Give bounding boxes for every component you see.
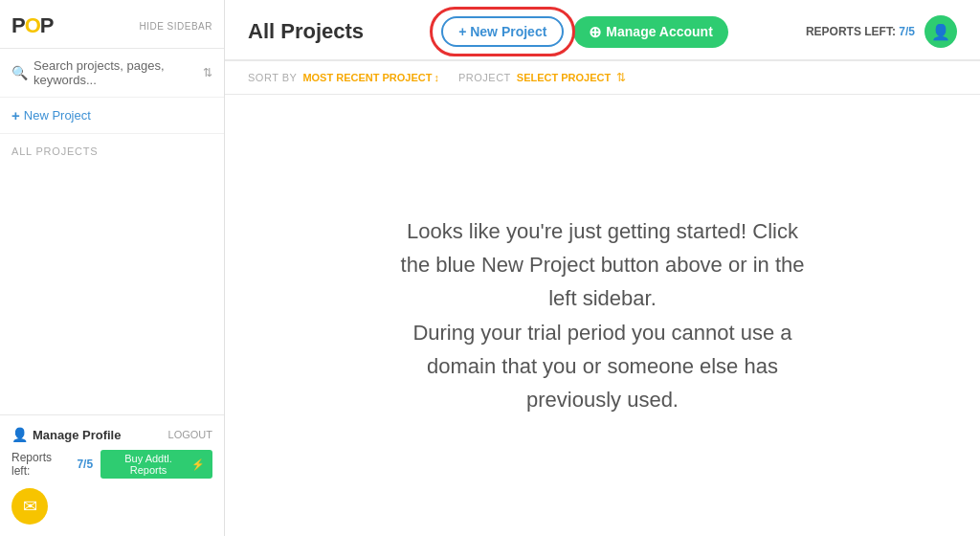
reports-left-label: Reports left: [11,451,69,478]
sidebar: POP HIDE SIDEBAR 🔍 Search projects, page… [0,0,225,536]
search-sort-icon: ⇅ [203,66,212,79]
avatar[interactable]: 👤 [924,15,957,48]
reports-row: Reports left: 7/5 Buy Addtl. Reports ⚡ [11,450,212,479]
main-header: All Projects + New Project ⊕ Manage Acco… [225,0,980,60]
new-project-btn-wrap: + New Project [441,16,564,47]
header-reports-count: 7/5 [899,25,915,38]
search-placeholder-text: Search projects, pages, keywords... [33,58,203,87]
manage-account-button[interactable]: ⊕ Manage Account [573,16,728,48]
buy-reports-label: Buy Addtl. Reports [108,453,189,476]
header-actions: + New Project ⊕ Manage Account [441,16,728,48]
welcome-text: Looks like you're just getting started! … [401,214,805,416]
hide-sidebar-button[interactable]: HIDE SIDEBAR [139,21,212,32]
filter-icon[interactable]: ⇅ [616,71,626,84]
header-right: REPORTS LEFT: 7/5 👤 [806,15,957,48]
manage-account-label: Manage Account [606,24,713,39]
main-content: All Projects + New Project ⊕ Manage Acco… [225,0,980,536]
manage-profile-label: Manage Profile [33,428,121,442]
sort-arrow-icon: ↕ [434,72,439,83]
avatar-icon: 👤 [931,23,950,41]
buy-reports-button[interactable]: Buy Addtl. Reports ⚡ [100,450,212,479]
sort-value[interactable]: MOST RECENT PROJECT ↕ [302,72,439,83]
sidebar-reports-count: 7/5 [77,458,93,471]
manage-profile-link[interactable]: 👤 Manage Profile [11,427,121,442]
sidebar-new-project-section: + New Project [0,98,224,134]
sidebar-projects-area [0,163,224,414]
logout-button[interactable]: LOGOUT [168,429,212,440]
logo: POP [11,13,54,38]
search-row[interactable]: 🔍 Search projects, pages, keywords... ⇅ [11,58,212,87]
sidebar-bottom: 👤 Manage Profile LOGOUT Reports left: 7/… [0,414,224,536]
plus-icon: + [11,107,20,123]
sort-bar: SORT BY MOST RECENT PROJECT ↕ PROJECT SE… [225,61,980,95]
profile-icon: 👤 [11,427,28,442]
sidebar-new-project-link[interactable]: + New Project [11,107,212,123]
main-body: Looks like you're just getting started! … [225,95,980,536]
project-label: PROJECT [458,72,511,83]
select-project[interactable]: SELECT PROJECT [517,72,611,83]
all-projects-label: ALL PROJECTS [0,134,224,163]
new-project-button[interactable]: + New Project [441,16,564,47]
reports-left-header: REPORTS LEFT: 7/5 [806,25,915,38]
search-icon: 🔍 [11,65,28,80]
sidebar-new-project-label: New Project [24,108,91,123]
page-title: All Projects [248,19,364,44]
buy-reports-icon: ⚡ [191,458,205,471]
logo-text: POP [11,13,54,38]
mail-button[interactable]: ✉ [11,488,48,525]
sort-by-label: SORT BY [248,72,297,83]
sidebar-search[interactable]: 🔍 Search projects, pages, keywords... ⇅ [0,49,224,98]
manage-account-plus-icon: ⊕ [589,23,601,41]
manage-profile-row: 👤 Manage Profile LOGOUT [11,427,212,442]
sidebar-top: POP HIDE SIDEBAR [0,0,224,49]
mail-icon: ✉ [23,496,37,517]
